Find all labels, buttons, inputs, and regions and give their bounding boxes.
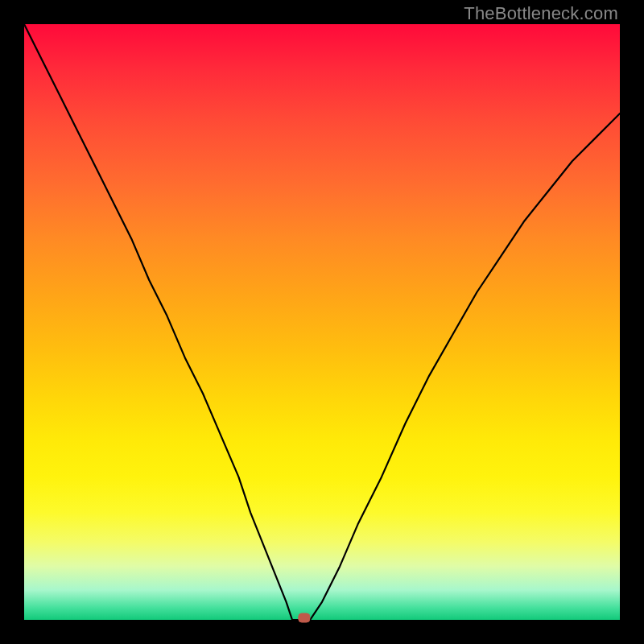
optimal-point-marker xyxy=(299,613,310,622)
curve-svg xyxy=(24,24,620,620)
plot-area xyxy=(24,24,620,620)
watermark-text: TheBottleneck.com xyxy=(464,3,618,24)
chart-container: TheBottleneck.com xyxy=(0,0,644,644)
bottleneck-curve xyxy=(24,24,620,620)
